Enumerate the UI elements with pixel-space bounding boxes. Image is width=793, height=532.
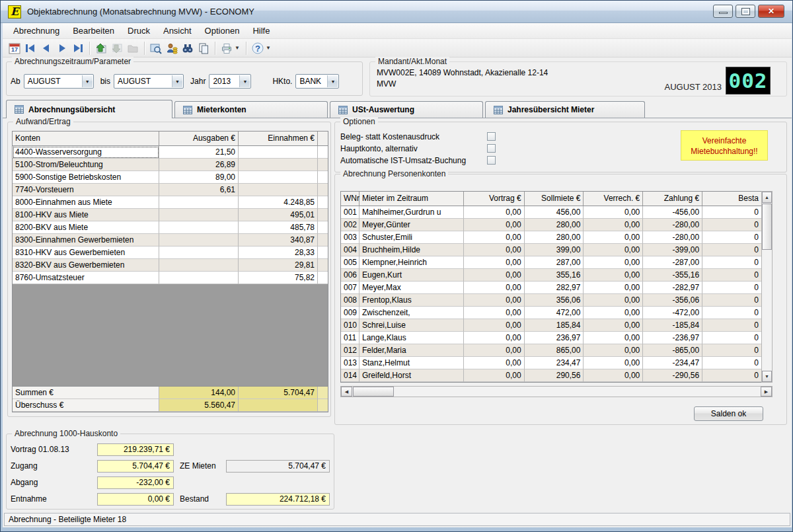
- mandant-groupbox: Mandant/Akt.Monat MVW002E, 14089 Wohnsta…: [369, 61, 787, 96]
- tab-abrechnungsuebersicht[interactable]: Abrechnungsübersicht: [6, 100, 172, 118]
- table-row[interactable]: 5100-Strom/Beleuchtung 26,89: [13, 159, 328, 171]
- print-icon[interactable]: [219, 40, 235, 56]
- vertical-scrollbar[interactable]: ▲ ▼: [761, 191, 773, 383]
- chevron-down-icon[interactable]: ▼: [327, 75, 338, 87]
- table-row[interactable]: 014 Greifeld,Horst 0,00 290,56 0,00 -290…: [341, 369, 761, 382]
- bestand-label: Bestand: [180, 493, 209, 506]
- empty-area: [13, 284, 328, 387]
- salden-ok-button[interactable]: Salden ok: [694, 406, 763, 421]
- bestand-field[interactable]: 224.712,18 €: [226, 493, 330, 506]
- table-row[interactable]: 002 Meyer,Günter 0,00 280,00 0,00 -280,0…: [341, 219, 761, 231]
- table-row[interactable]: 010 Schrei,Luise 0,00 185,84 0,00 -185,8…: [341, 319, 761, 332]
- column-header-wnr[interactable]: WNr: [341, 192, 359, 206]
- bis-select[interactable]: AUGUST ▼: [114, 74, 184, 89]
- minimize-button[interactable]: [713, 5, 733, 18]
- menu-item[interactable]: Druck: [121, 24, 157, 38]
- menu-item[interactable]: Ansicht: [157, 24, 198, 38]
- first-record-icon[interactable]: [22, 40, 38, 56]
- table-row[interactable]: 4400-Wasserversorgung 21,50: [13, 146, 328, 159]
- scrollbar-thumb[interactable]: [762, 204, 772, 250]
- menu-item[interactable]: Bearbeiten: [66, 24, 121, 38]
- ab-label: Ab: [11, 77, 20, 86]
- post-icon[interactable]: [93, 40, 109, 56]
- column-header-sollmiete[interactable]: Sollmiete €: [525, 192, 584, 206]
- table-row[interactable]: 8760-Umsatzsteuer 75,82: [13, 272, 328, 284]
- personenkonten-header: WNr Mieter im Zeitraum Vortrag € Sollmie…: [341, 192, 761, 206]
- jahr-select[interactable]: 2013 ▼: [209, 74, 251, 89]
- scroll-right-icon[interactable]: ▶: [761, 387, 772, 397]
- mandant-code: MVW: [377, 79, 396, 89]
- preview-icon[interactable]: [148, 40, 164, 56]
- scroll-down-icon[interactable]: ▼: [762, 371, 772, 382]
- table-row[interactable]: 006 Eugen,Kurt 0,00 355,16 0,00 -355,16 …: [341, 269, 761, 282]
- column-header-mieter[interactable]: Mieter im Zeitraum: [359, 192, 464, 206]
- table-row[interactable]: 003 Schuster,Emili 0,00 280,00 0,00 -280…: [341, 231, 761, 244]
- tab-mieterkonten[interactable]: Mieterkonten: [174, 101, 328, 118]
- zugang-field[interactable]: 5.704,47 €: [97, 460, 174, 473]
- prev-record-icon[interactable]: [38, 40, 54, 56]
- toolbar-separator: [89, 42, 90, 55]
- column-header-bestand[interactable]: Besta: [702, 192, 761, 206]
- table-row[interactable]: 012 Felder,Maria 0,00 865,00 0,00 -865,0…: [341, 344, 761, 357]
- scroll-up-icon[interactable]: ▲: [762, 192, 772, 203]
- scroll-left-icon[interactable]: ◀: [341, 387, 352, 397]
- title-bar[interactable]: E Objektabrechnung (Monatsabrechnung MVW…: [1, 1, 793, 23]
- ze-mieten-field[interactable]: 5.704,47 €: [226, 460, 330, 473]
- menu-item[interactable]: Hilfe: [246, 24, 276, 38]
- table-row[interactable]: 004 Bruchheim,Hilde 0,00 399,00 0,00 -39…: [341, 244, 761, 256]
- aufwand-table: Konten Ausgaben € Einnahmen € 4400-Wasse…: [12, 131, 328, 412]
- column-header-vortrag[interactable]: Vortrag €: [464, 192, 525, 206]
- table-row[interactable]: 007 Meyer,Max 0,00 282,97 0,00 -282,97 0: [341, 282, 761, 294]
- checkbox-label-hauptkonto: Hauptkonto, alternativ: [340, 144, 418, 153]
- chevron-down-icon[interactable]: ▼: [172, 75, 182, 87]
- beleg-checkbox[interactable]: [487, 132, 496, 141]
- next-record-icon[interactable]: [54, 40, 70, 56]
- close-button[interactable]: ✕: [758, 5, 784, 18]
- scrollbar-thumb[interactable]: [353, 387, 394, 397]
- column-header-konten[interactable]: Konten: [13, 132, 159, 145]
- search-icon[interactable]: [180, 40, 196, 56]
- vortrag-field[interactable]: 219.239,71 €: [97, 443, 174, 456]
- table-row[interactable]: 8000-Einnahmen aus Miete 4.248,85: [13, 196, 328, 209]
- column-header-einnahmen[interactable]: Einnahmen €: [239, 132, 318, 145]
- table-row[interactable]: 8100-HKV aus Miete 495,01: [13, 209, 328, 221]
- menu-item[interactable]: Optionen: [198, 24, 246, 38]
- ist-umsatz-checkbox[interactable]: [487, 156, 496, 165]
- table-row[interactable]: 009 Zwischenzeit, 0,00 472,00 0,00 -472,…: [341, 307, 761, 319]
- table-row[interactable]: 011 Lange,Klaus 0,00 236,97 0,00 -236,97…: [341, 332, 761, 344]
- table-row[interactable]: 001 Mahlheimer,Gurdrun u 0,00 456,00 0,0…: [341, 206, 761, 219]
- abgang-field[interactable]: -232,00 €: [97, 476, 174, 489]
- help-dropdown-caret[interactable]: ▼: [266, 45, 271, 51]
- table-row[interactable]: 008 Frentop,Klaus 0,00 356,06 0,00 -356,…: [341, 294, 761, 307]
- hkto-select[interactable]: BANK ▼: [295, 74, 339, 89]
- table-row[interactable]: 8320-BKV aus Gewerbemieten 29,81: [13, 259, 328, 272]
- tab-jahresuebersicht-mieter[interactable]: Jahresübersicht Mieter: [485, 101, 645, 118]
- horizontal-scrollbar[interactable]: ◀ ▶: [340, 386, 773, 397]
- toolbar: 17 ▼ ? ▼: [3, 39, 792, 57]
- table-row[interactable]: 8300-Einnahmen Gewerbemieten 340,87: [13, 234, 328, 247]
- table-row[interactable]: 013 Stanz,Helmut 0,00 234,47 0,00 -234,4…: [341, 357, 761, 369]
- accounts-icon[interactable]: [164, 40, 180, 56]
- table-row[interactable]: 5900-Sonstige Betriebskosten 89,00: [13, 171, 328, 184]
- column-header-verrech[interactable]: Verrech. €: [584, 192, 643, 206]
- last-record-icon[interactable]: [70, 40, 86, 56]
- help-icon[interactable]: ?: [250, 40, 266, 56]
- tab-ust-auswertung[interactable]: USt-Auswertung: [330, 101, 483, 118]
- entnahme-field[interactable]: 0,00 €: [97, 493, 174, 506]
- ze-mieten-label: ZE Mieten: [180, 460, 216, 473]
- chevron-down-icon[interactable]: ▼: [239, 75, 250, 87]
- table-row[interactable]: 8200-BKV aus Miete 485,78: [13, 221, 328, 234]
- maximize-button[interactable]: [736, 5, 755, 18]
- table-row[interactable]: 7740-Vorsteuern 6,61: [13, 184, 328, 196]
- calendar-icon[interactable]: 17: [7, 40, 22, 56]
- table-row[interactable]: 8310-HKV aus Gewerbemieten 28,33: [13, 247, 328, 259]
- column-header-zahlung[interactable]: Zahlung €: [643, 192, 702, 206]
- print-dropdown-caret[interactable]: ▼: [235, 45, 240, 51]
- chevron-down-icon[interactable]: ▼: [82, 75, 93, 87]
- ab-select[interactable]: AUGUST ▼: [24, 74, 94, 89]
- hauptkonto-checkbox[interactable]: [487, 144, 496, 153]
- column-header-ausgaben[interactable]: Ausgaben €: [159, 132, 239, 145]
- table-row[interactable]: 005 Klempner,Heinrich 0,00 287,00 0,00 -…: [341, 256, 761, 269]
- copy-icon[interactable]: [196, 40, 211, 56]
- menu-item[interactable]: Abrechnung: [7, 24, 66, 38]
